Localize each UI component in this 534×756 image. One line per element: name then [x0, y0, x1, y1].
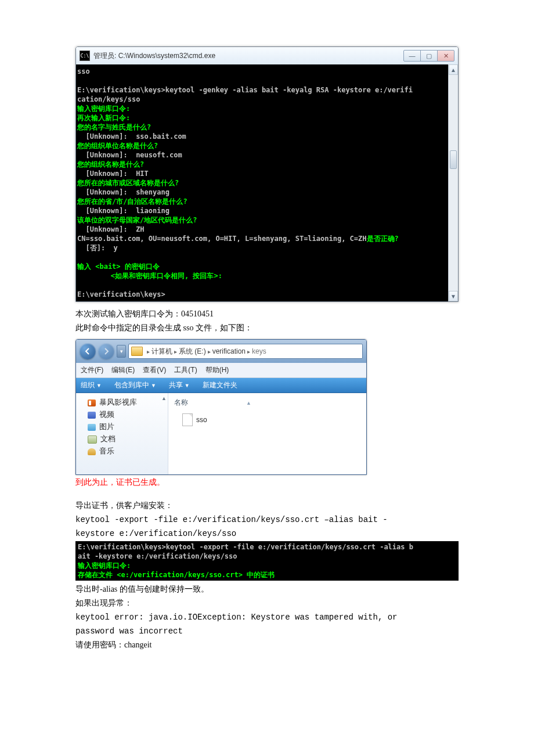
scroll-thumb[interactable]: [450, 150, 457, 169]
para-alias-note: 导出时-alias 的值与创建时保持一致。: [75, 583, 459, 596]
explorer-window: ▾ ▸ 计算机 ▸ 系统 (E:) ▸ verification ▸ keys …: [75, 339, 367, 475]
cmd-title: 管理员: C:\Windows\system32\cmd.exe: [93, 51, 404, 61]
menu-file[interactable]: 文件(F): [81, 365, 103, 375]
para-password: 本次测试输入密钥库口令为：04510451: [75, 308, 459, 321]
minimize-button[interactable]: —: [403, 50, 421, 62]
nav-item-storm[interactable]: 暴风影视库: [78, 397, 165, 409]
breadcrumb-sep: ▸: [174, 348, 177, 355]
para-generated: 此时命令中指定的目录会生成 sso 文件，如下图：: [75, 322, 459, 334]
menu-edit[interactable]: 编辑(E): [111, 365, 135, 375]
scroll-track[interactable]: [449, 75, 458, 291]
breadcrumb-folder1[interactable]: verification: [212, 347, 246, 355]
cmd-titlebar: C:\ 管理员: C:\Windows\system32\cmd.exe — ▢…: [76, 47, 458, 64]
para-use-password: 请使用密码：changeit: [75, 639, 459, 651]
nav-item-documents[interactable]: 文档: [78, 433, 165, 445]
video-icon: [88, 412, 96, 419]
nav-item-pictures[interactable]: 图片: [78, 421, 165, 433]
cmdline-export-1: keytool -export -file e:/verification/ke…: [75, 513, 459, 526]
error-line-1: keytool error: java.io.IOException: Keys…: [75, 611, 459, 624]
cmd-scrollbar[interactable]: ▲ ▼: [448, 64, 458, 301]
address-bar[interactable]: ▸ 计算机 ▸ 系统 (E:) ▸ verification ▸ keys: [128, 344, 363, 359]
window-buttons: — ▢ ✕: [404, 50, 454, 62]
nav-forward-button[interactable]: [98, 343, 114, 359]
explorer-header: ▾ ▸ 计算机 ▸ 系统 (E:) ▸ verification ▸ keys: [76, 340, 366, 363]
breadcrumb-sep: ▸: [147, 348, 150, 355]
nav-item-video[interactable]: 视频: [78, 409, 165, 421]
breadcrumb-drive[interactable]: 系统 (E:): [179, 347, 206, 357]
column-header-name[interactable]: 名称▲: [174, 397, 360, 410]
error-line-2: password was incorrect: [75, 625, 459, 638]
chevron-down-icon: ▼: [96, 383, 102, 388]
file-icon: [182, 413, 193, 426]
chevron-down-icon: ▼: [185, 383, 190, 388]
scroll-up-icon[interactable]: ▲: [449, 64, 458, 75]
nav-history-dropdown[interactable]: ▾: [117, 345, 126, 358]
mini-terminal: E:\verification\keys>keytool -export -fi…: [75, 541, 459, 581]
breadcrumb-computer[interactable]: 计算机: [151, 347, 172, 357]
toolbar-include-lib[interactable]: 包含到库中 ▼: [114, 380, 156, 390]
nav-back-button[interactable]: [80, 343, 96, 359]
explorer-content: 名称▲ sso: [168, 393, 366, 474]
arrow-left-icon: [84, 348, 91, 355]
nav-item-music[interactable]: 音乐: [78, 445, 165, 458]
toolbar-organize[interactable]: 组织 ▼: [81, 380, 102, 390]
toolbar-new-folder[interactable]: 新建文件夹: [203, 380, 237, 390]
explorer-menu: 文件(F) 编辑(E) 查看(V) 工具(T) 帮助(H): [76, 363, 366, 378]
explorer-nav-pane: ▲ 暴风影视库 视频 图片 文档 音乐: [76, 393, 168, 474]
file-row-sso[interactable]: sso: [174, 410, 360, 426]
terminal-icon: C:\: [80, 51, 90, 61]
documents-icon: [88, 435, 97, 444]
para-cert-done: 到此为止，证书已生成。: [75, 476, 459, 489]
folder-icon: [131, 347, 143, 356]
scroll-down-icon[interactable]: ▼: [449, 291, 458, 301]
pictures-icon: [88, 424, 96, 431]
music-icon: [88, 448, 96, 455]
toolbar-share[interactable]: 共享 ▼: [169, 380, 190, 390]
arrow-right-icon: [103, 348, 110, 355]
para-export-intro: 导出证书，供客户端安装：: [75, 499, 459, 512]
storm-icon: [88, 399, 96, 406]
breadcrumb-sep: ▸: [247, 348, 250, 355]
breadcrumb-folder2[interactable]: keys: [252, 347, 266, 355]
cmd-body: sso E:\verification\keys>keytool -genkey…: [76, 64, 448, 301]
breadcrumb-sep: ▸: [208, 348, 211, 355]
menu-view[interactable]: 查看(V): [143, 365, 166, 375]
file-name: sso: [196, 416, 207, 424]
para-exception-intro: 如果出现异常：: [75, 597, 459, 610]
menu-help[interactable]: 帮助(H): [205, 365, 229, 375]
sort-asc-icon: ▲: [246, 400, 251, 406]
explorer-toolbar: 组织 ▼ 包含到库中 ▼ 共享 ▼ 新建文件夹: [76, 378, 366, 393]
nav-scroll-up-icon[interactable]: ▲: [161, 395, 167, 401]
cmd-window: C:\ 管理员: C:\Windows\system32\cmd.exe — ▢…: [75, 46, 459, 302]
close-button[interactable]: ✕: [437, 50, 454, 62]
chevron-down-icon: ▼: [151, 383, 156, 388]
menu-tools[interactable]: 工具(T): [174, 365, 197, 375]
cmdline-export-2: keystore e:/verification/keys/sso: [75, 527, 459, 540]
maximize-button[interactable]: ▢: [420, 50, 438, 62]
